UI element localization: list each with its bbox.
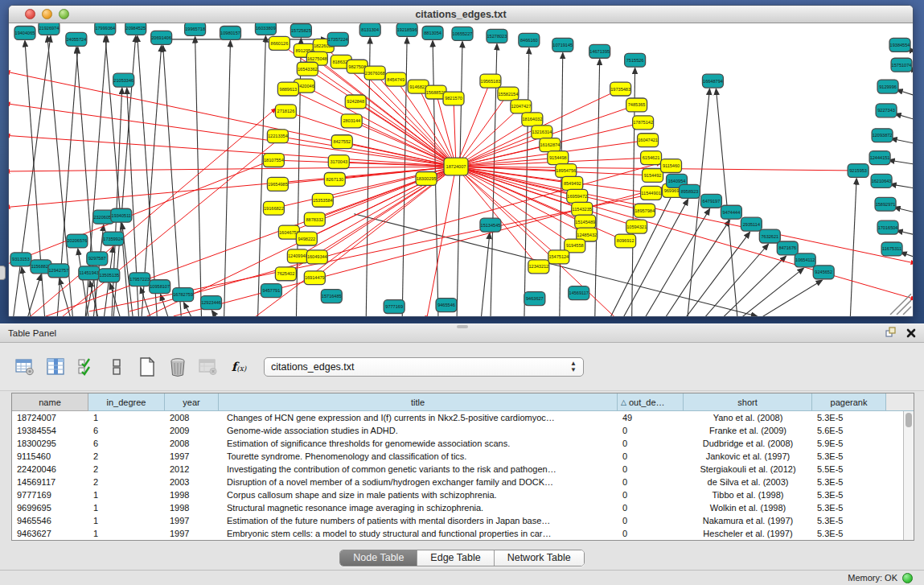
graph-node[interactable]: 19340511	[111, 208, 132, 222]
table-row[interactable]: 911546021997Tourette syndrome. Phenomeno…	[12, 450, 914, 463]
scrollbar-thumb[interactable]	[906, 413, 912, 427]
graph-node[interactable]: 18724007	[444, 158, 468, 175]
graph-node[interactable]: 20206576	[67, 234, 88, 248]
graph-node[interactable]: 19384554	[889, 38, 910, 51]
column-header-name[interactable]: name	[12, 393, 88, 411]
graph-node[interactable]: 12923446	[201, 296, 222, 310]
delete-button[interactable]	[164, 354, 191, 380]
graph-node[interactable]: 9474444	[721, 205, 741, 219]
graph-node[interactable]: 3170043	[328, 155, 349, 169]
graph-node[interactable]: 19735483	[610, 82, 631, 96]
graph-node[interactable]: 17359924	[103, 232, 124, 245]
graph-node[interactable]: 20691406	[151, 31, 172, 44]
table-row[interactable]: 1830029562008Estimation of significance …	[12, 437, 914, 450]
panel-collapse-handle[interactable]	[0, 266, 6, 280]
graph-node[interactable]: 9215953	[848, 164, 869, 178]
graph-node[interactable]: 8267130	[324, 172, 345, 186]
table-row[interactable]: 1872400712008Changes of HCN gene express…	[12, 411, 914, 424]
graph-node[interactable]: 10654112	[795, 253, 815, 267]
table-row[interactable]: 1456911722003Disruption of a novel membe…	[12, 476, 914, 488]
zoom-window-button[interactable]	[59, 9, 69, 19]
graph-node[interactable]: 16959472	[567, 189, 588, 203]
graph-node[interactable]: 21926974	[39, 23, 60, 35]
graph-node[interactable]: 2935114	[741, 217, 762, 231]
close-panel-icon[interactable]	[906, 327, 916, 341]
close-window-button[interactable]	[25, 9, 35, 19]
network-select-dropdown[interactable]: citations_edges.txt ▲▼	[264, 357, 584, 377]
graph-node[interactable]: 9889613	[277, 82, 298, 96]
graph-node[interactable]: 12047427	[511, 100, 532, 113]
float-panel-icon[interactable]	[885, 327, 897, 341]
graph-node[interactable]: 18300295	[416, 171, 437, 185]
graph-node[interactable]: 16049344	[306, 250, 327, 264]
column-header-pagerank[interactable]: pagerank	[812, 393, 886, 411]
graph-node[interactable]: 8471676	[777, 241, 798, 255]
network-canvas[interactable]: 1872400786601268912954182260581627504816…	[9, 23, 913, 316]
graph-node[interactable]: 9777169	[384, 300, 405, 314]
column-header-short[interactable]: short	[684, 393, 812, 411]
graph-node[interactable]: 16162874	[540, 138, 561, 152]
graph-node[interactable]: 12343212	[528, 260, 549, 274]
graph-node[interactable]: 12213354	[267, 130, 288, 143]
graph-node[interactable]: 15475124	[548, 250, 569, 264]
graph-node[interactable]: 16543362	[297, 62, 318, 76]
network-window-titlebar[interactable]: citations_edges.txt	[9, 6, 913, 23]
graph-node[interactable]: 12942757	[48, 264, 69, 278]
graph-node[interactable]: 19166822	[263, 201, 284, 215]
graph-node[interactable]: 9154498	[548, 151, 569, 165]
graph-node[interactable]: 7632621	[759, 229, 780, 243]
graph-node[interactable]: 16033809	[255, 23, 276, 35]
graph-node[interactable]: 9245652	[813, 266, 834, 279]
graph-node[interactable]: 18957984	[634, 204, 655, 217]
graph-node[interactable]: 17357224	[327, 32, 348, 46]
graph-node[interactable]: 15582154	[498, 87, 519, 101]
graph-node[interactable]: 6154621	[641, 151, 662, 165]
graph-node[interactable]: 9297587	[87, 252, 108, 266]
network-window[interactable]: citations_edges.txt 18724007866012689129…	[8, 5, 914, 317]
column-header-out_de[interactable]: △out_de…	[618, 393, 684, 411]
graph-node[interactable]: 14569117	[569, 286, 589, 300]
graph-node[interactable]: 11451943	[79, 266, 100, 280]
graph-node[interactable]: 16047421	[638, 134, 659, 147]
graph-node[interactable]: 9465546	[436, 299, 457, 312]
graph-node[interactable]: 15892971	[875, 197, 896, 211]
graph-node[interactable]: 15278023	[487, 29, 507, 43]
graph-node[interactable]: 8660126	[269, 36, 290, 50]
graph-node[interactable]: 16648794	[702, 74, 723, 88]
graph-node[interactable]: 19404065	[14, 26, 35, 39]
graph-node[interactable]: 17016504	[877, 220, 898, 234]
table-row[interactable]: 946362711997Embryonic stem cells: a mode…	[12, 527, 914, 540]
graph-node[interactable]: 20984525	[125, 23, 146, 35]
graph-node[interactable]: 15725825	[290, 23, 311, 37]
graph-node[interactable]: 15134545	[480, 218, 501, 232]
graph-node[interactable]: 9463627	[524, 292, 545, 306]
resize-grip-icon[interactable]	[890, 294, 911, 315]
graph-node[interactable]: 9498222	[296, 232, 317, 245]
graph-node[interactable]: 13216314	[532, 126, 552, 139]
graph-node[interactable]: 10719145	[552, 38, 573, 51]
graph-node[interactable]: 15716485	[321, 290, 342, 303]
graph-node[interactable]: 15751074	[891, 58, 912, 72]
graph-node[interactable]: 23676068	[364, 66, 385, 80]
graph-node[interactable]: 17875142	[633, 116, 654, 130]
graph-node[interactable]: 7485365	[626, 98, 647, 112]
show-columns-button[interactable]	[42, 354, 69, 380]
graph-node[interactable]: 15145489	[575, 215, 596, 229]
graph-node[interactable]: 11675311	[881, 242, 902, 256]
graph-node[interactable]: 11544901	[641, 186, 662, 200]
splitter-handle[interactable]	[457, 325, 468, 328]
new-document-button[interactable]	[133, 354, 161, 380]
graph-node[interactable]: 8813054	[422, 26, 443, 39]
graph-node[interactable]: 24055724	[66, 32, 87, 46]
citation-graph[interactable]: 1872400786601268912954182260581627504816…	[9, 23, 913, 316]
function-builder-button[interactable]: f(x)	[225, 354, 253, 380]
graph-node[interactable]: 2803144	[341, 114, 362, 128]
graph-node[interactable]: 10980157	[220, 26, 241, 39]
graph-node[interactable]: 16782759	[173, 288, 194, 302]
graph-node[interactable]: 9242848	[345, 95, 366, 109]
graph-node[interactable]: 21053346	[113, 73, 134, 87]
graph-node[interactable]: 9227343	[876, 104, 897, 117]
graph-node[interactable]: 9313153	[10, 253, 31, 266]
graph-node[interactable]: 9129996	[877, 80, 898, 93]
graph-node[interactable]: 17999364	[95, 23, 116, 35]
